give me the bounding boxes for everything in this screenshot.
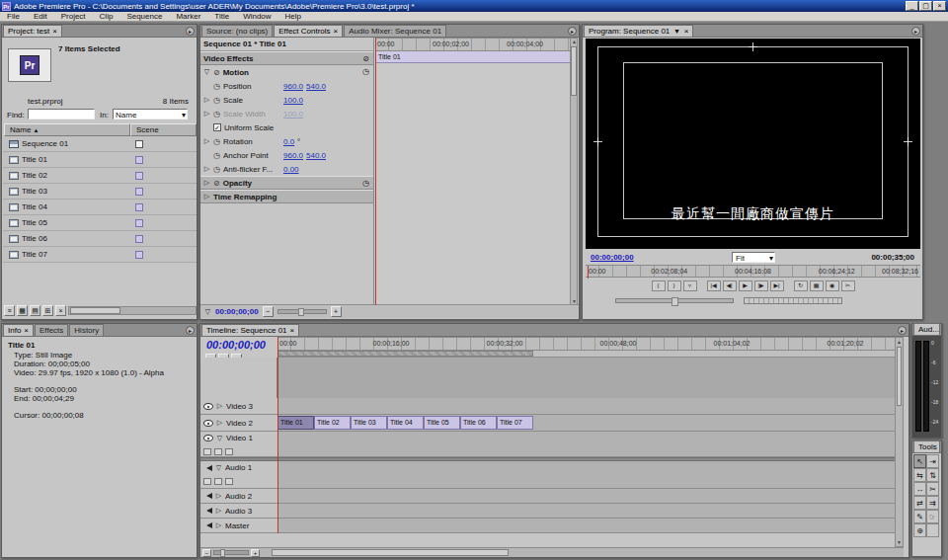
shuttle-slider[interactable] [615, 298, 734, 303]
effect-controls-timecode[interactable]: 00:00;00;00 [215, 307, 259, 316]
marker-out-button[interactable]: } [668, 280, 681, 291]
timeline-vertical-scrollbar[interactable]: ▲ ▼ [895, 337, 904, 547]
tab-history[interactable]: History [69, 324, 104, 336]
collapse-track-icon[interactable]: ▽ [216, 435, 223, 442]
toggle-track-output-icon[interactable] [203, 435, 213, 441]
rotation-value[interactable]: 0.0 [283, 137, 294, 146]
column-header-name[interactable]: Name ▲ [4, 123, 130, 136]
project-row-sequence01[interactable]: Sequence 01 [3, 136, 197, 152]
marker-in-button[interactable]: { [652, 280, 666, 291]
jog-disk[interactable] [744, 297, 842, 304]
tab-program-close-icon[interactable]: × [684, 27, 689, 36]
track-content-master[interactable] [277, 519, 895, 533]
expand-anti-flicker-icon[interactable]: ▷ [203, 165, 210, 173]
toggle-motion-effect-icon[interactable]: ⊘ [213, 68, 220, 77]
label-color-chip[interactable] [135, 219, 143, 227]
scroll-down-icon[interactable]: ▼ [897, 539, 902, 545]
chevron-down-icon[interactable]: ▾ [769, 254, 773, 263]
track-select-tool[interactable]: ⇥ [926, 454, 939, 468]
collapse-track-icon[interactable]: ▽ [215, 464, 222, 472]
zoom-slider[interactable] [277, 309, 327, 314]
info-panel-menu-button[interactable]: ▸ [186, 326, 195, 335]
track-content-audio2[interactable] [277, 489, 895, 504]
maximize-button[interactable]: ▢ [919, 1, 932, 11]
effect-controls-vertical-scrollbar[interactable]: ▲ ▼ [570, 38, 578, 305]
project-row-title02[interactable]: Title 02 [3, 168, 197, 184]
safe-margins-button[interactable]: ▦ [810, 280, 824, 291]
project-horizontal-scrollbar[interactable] [68, 306, 197, 315]
motion-effect-row[interactable]: ▽ ⊘ Motion ◷ [200, 65, 373, 79]
trim-button[interactable]: ✂ [841, 280, 855, 291]
find-input[interactable] [28, 109, 95, 120]
project-row-title04[interactable]: Title 04 [3, 200, 197, 215]
label-color-chip[interactable] [135, 235, 143, 243]
tab-info[interactable]: Info× [3, 324, 34, 336]
effect-timeline-clip-bar[interactable]: Title 01 [375, 51, 571, 63]
clip-title06[interactable]: Title 06 [460, 416, 497, 430]
effect-controls-ruler[interactable]: 00:00 00:00;02;00 00:00;04;00 [375, 38, 571, 51]
icon-view-button[interactable]: ▦ [17, 305, 28, 316]
clip-title02[interactable]: Title 02 [314, 416, 351, 430]
anchor-stopwatch-icon[interactable]: ◷ [213, 151, 220, 160]
tab-program[interactable]: Program: Sequence 01 ▾ × [584, 25, 693, 37]
project-row-title05[interactable]: Title 05 [3, 215, 197, 231]
track-content-video3[interactable] [277, 398, 895, 415]
ripple-edit-tool[interactable]: ⇆ [913, 468, 926, 482]
tab-audio-meters[interactable]: Aud... [913, 323, 940, 335]
show-keyframes-button[interactable] [214, 478, 222, 485]
pen-tool[interactable]: ✎ [913, 510, 926, 523]
label-color-chip[interactable] [135, 156, 143, 164]
timeline-playhead[interactable] [277, 337, 278, 533]
step-forward-button[interactable]: |▶ [754, 280, 768, 291]
project-panel-menu-button[interactable]: ▸ [186, 27, 195, 36]
timeline-ruler[interactable]: 00:00 00:00;16;00 00:00;32;00 00:00;48;0… [277, 337, 895, 351]
track-content-audio3[interactable] [277, 504, 895, 519]
project-row-title07[interactable]: Title 07 [3, 247, 197, 263]
zoom-out-button[interactable]: − [263, 306, 274, 317]
add-remove-keyframe-button[interactable] [225, 478, 233, 485]
clip-title03[interactable]: Title 03 [351, 416, 387, 430]
toggle-track-mute-icon[interactable] [203, 508, 212, 514]
label-color-chip[interactable] [135, 251, 143, 259]
motion-reset-icon[interactable]: ◷ [362, 67, 369, 76]
collapse-motion-icon[interactable]: ▽ [203, 68, 210, 76]
scale-stopwatch-icon[interactable]: ◷ [213, 96, 220, 105]
list-view-button[interactable]: ≡ [4, 305, 15, 316]
label-color-chip[interactable] [135, 203, 143, 211]
tab-audio-mixer[interactable]: Audio Mixer: Sequence 01 [344, 25, 446, 37]
razor-tool[interactable]: ✂ [926, 482, 939, 496]
project-row-title01[interactable]: Title 01 [3, 152, 197, 168]
track-display-style-button[interactable] [203, 478, 211, 485]
project-row-title03[interactable]: Title 03 [3, 184, 197, 200]
position-y-value[interactable]: 540.0 [306, 82, 326, 91]
play-button[interactable]: ▶ [739, 280, 752, 291]
menu-edit[interactable]: Edit [27, 12, 54, 22]
add-marker-button[interactable]: ▿ [683, 280, 697, 291]
expand-time-remapping-icon[interactable]: ▷ [203, 193, 210, 200]
tab-effect-controls[interactable]: Effect Controls× [274, 25, 343, 37]
tab-timeline-close-icon[interactable]: × [290, 326, 295, 335]
zoom-in-button[interactable]: + [331, 306, 342, 317]
zoom-out-button[interactable]: − [202, 549, 211, 557]
expand-rotation-icon[interactable]: ▷ [203, 137, 210, 145]
menu-sequence[interactable]: Sequence [119, 12, 169, 22]
rotation-stopwatch-icon[interactable]: ◷ [213, 137, 220, 146]
rolling-edit-tool[interactable]: ⇅ [926, 468, 939, 482]
tab-project[interactable]: Project: test× [3, 25, 62, 37]
timeline-horizontal-scrollbar[interactable]: − + [200, 547, 904, 557]
collapse-track-icon[interactable]: ▷ [215, 521, 222, 529]
expand-opacity-icon[interactable]: ▷ [203, 179, 210, 187]
track-display-style-button[interactable] [203, 448, 211, 455]
anchor-x-value[interactable]: 960.0 [283, 151, 303, 160]
uniform-scale-checkbox[interactable]: ✓ [213, 123, 221, 131]
scroll-thumb[interactable] [70, 307, 120, 314]
export-frame-button[interactable]: ◉ [826, 280, 839, 291]
menu-title[interactable]: Title [207, 12, 236, 22]
label-color-chip[interactable] [135, 140, 143, 148]
clip-title05[interactable]: Title 05 [424, 416, 460, 430]
timeline-panel-menu-button[interactable]: ▸ [898, 326, 907, 335]
menu-project[interactable]: Project [54, 12, 93, 22]
go-to-in-button[interactable]: |◀ [707, 280, 721, 291]
minimize-button[interactable]: _ [906, 1, 918, 11]
menu-window[interactable]: Window [236, 12, 277, 22]
